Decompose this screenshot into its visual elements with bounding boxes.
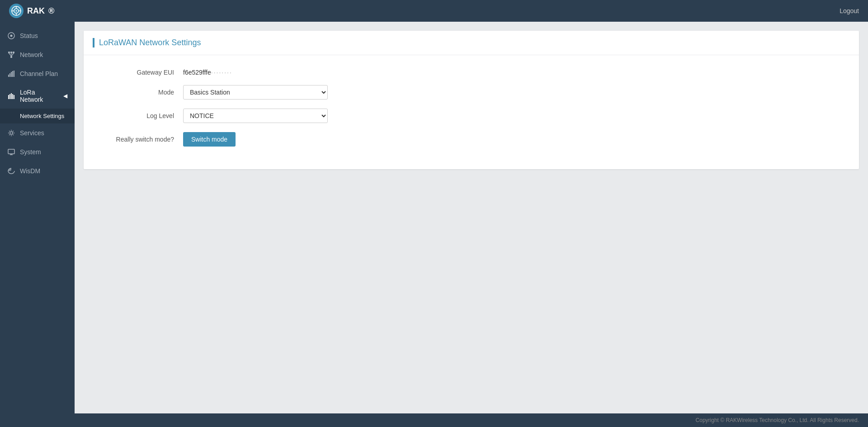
switch-mode-button[interactable]: Switch mode bbox=[183, 132, 236, 147]
svg-rect-9 bbox=[8, 52, 10, 53]
svg-point-8 bbox=[10, 35, 13, 37]
wisdm-icon bbox=[7, 167, 15, 175]
svg-point-26 bbox=[10, 132, 13, 134]
sidebar-item-services-label: Services bbox=[20, 129, 44, 137]
footer: Copyright © RAKWireless Technology Co., … bbox=[0, 413, 868, 427]
svg-rect-10 bbox=[10, 52, 12, 53]
svg-rect-11 bbox=[13, 52, 14, 53]
sidebar-item-status-label: Status bbox=[20, 32, 38, 39]
svg-rect-24 bbox=[12, 94, 13, 99]
header: RAK® Logout bbox=[0, 0, 868, 22]
log-level-select[interactable]: NOTICE DEBUG INFO WARNING ERROR bbox=[183, 109, 328, 123]
svg-rect-21 bbox=[8, 95, 9, 99]
svg-rect-23 bbox=[11, 93, 12, 99]
sidebar-item-system-label: System bbox=[20, 148, 41, 156]
main-layout: Status Network bbox=[0, 22, 868, 413]
page-card: LoRaWAN Network Settings Gateway EUI f6e… bbox=[84, 31, 859, 169]
svg-rect-19 bbox=[12, 71, 13, 77]
svg-rect-25 bbox=[14, 95, 14, 99]
logo-icon bbox=[9, 4, 24, 18]
footer-copyright: Copyright © RAKWireless Technology Co., … bbox=[696, 417, 859, 423]
svg-point-2 bbox=[16, 10, 17, 12]
sidebar-item-status[interactable]: Status bbox=[0, 26, 75, 45]
network-icon bbox=[7, 51, 15, 59]
log-level-row: Log Level NOTICE DEBUG INFO WARNING ERRO… bbox=[93, 109, 850, 123]
logo-text: RAK bbox=[27, 6, 45, 16]
page-card-body: Gateway EUI f6e529fffe········ Mode Basi… bbox=[84, 55, 859, 169]
logout-button[interactable]: Logout bbox=[840, 7, 859, 14]
sidebar-item-lora-network-label: LoRa Network bbox=[20, 89, 59, 103]
svg-line-14 bbox=[9, 53, 11, 56]
log-level-label: Log Level bbox=[93, 112, 183, 119]
logo: RAK® bbox=[9, 4, 54, 18]
mode-select[interactable]: Basics Station Semtech UDP GWMP LoRa Pac… bbox=[183, 85, 328, 100]
page-title: LoRaWAN Network Settings bbox=[93, 38, 201, 47]
gateway-eui-label: Gateway EUI bbox=[93, 69, 183, 76]
svg-rect-12 bbox=[10, 56, 12, 58]
svg-rect-16 bbox=[8, 75, 9, 77]
mode-row: Mode Basics Station Semtech UDP GWMP LoR… bbox=[93, 85, 850, 100]
svg-line-15 bbox=[11, 53, 14, 56]
sidebar-item-lora-network[interactable]: LoRa Network ◀ bbox=[0, 83, 75, 109]
system-icon bbox=[7, 148, 15, 156]
sidebar-item-channel-plan[interactable]: Channel Plan bbox=[0, 64, 75, 83]
svg-rect-20 bbox=[14, 71, 14, 77]
sidebar-item-network-label: Network bbox=[20, 51, 43, 58]
sidebar-item-channel-plan-label: Channel Plan bbox=[20, 70, 58, 77]
switch-mode-row: Really switch mode? Switch mode bbox=[93, 132, 850, 147]
svg-rect-27 bbox=[8, 149, 14, 154]
status-icon bbox=[7, 32, 15, 40]
sidebar-sub-item-network-settings-label: Network Settings bbox=[20, 113, 64, 119]
svg-rect-18 bbox=[11, 72, 12, 77]
services-icon bbox=[7, 129, 15, 137]
svg-rect-17 bbox=[9, 73, 10, 77]
gateway-eui-row: Gateway EUI f6e529fffe········ bbox=[93, 69, 850, 76]
sidebar-sub-item-network-settings[interactable]: Network Settings bbox=[0, 109, 75, 123]
sidebar: Status Network bbox=[0, 22, 75, 413]
sidebar-item-system[interactable]: System bbox=[0, 142, 75, 161]
mode-label: Mode bbox=[93, 89, 183, 96]
sidebar-item-services[interactable]: Services bbox=[0, 123, 75, 142]
page-card-header: LoRaWAN Network Settings bbox=[84, 31, 859, 55]
gateway-eui-value: f6e529fffe········ bbox=[183, 69, 232, 76]
lora-network-collapse-icon: ◀ bbox=[63, 93, 67, 99]
content-area: LoRaWAN Network Settings Gateway EUI f6e… bbox=[75, 22, 868, 413]
svg-rect-22 bbox=[9, 94, 10, 99]
sidebar-item-wisdm[interactable]: WisDM bbox=[0, 161, 75, 180]
sidebar-item-network[interactable]: Network bbox=[0, 45, 75, 64]
sidebar-item-wisdm-label: WisDM bbox=[20, 167, 40, 175]
lora-network-icon bbox=[7, 92, 15, 100]
channel-plan-icon bbox=[7, 70, 15, 78]
switch-mode-question: Really switch mode? bbox=[93, 136, 183, 143]
